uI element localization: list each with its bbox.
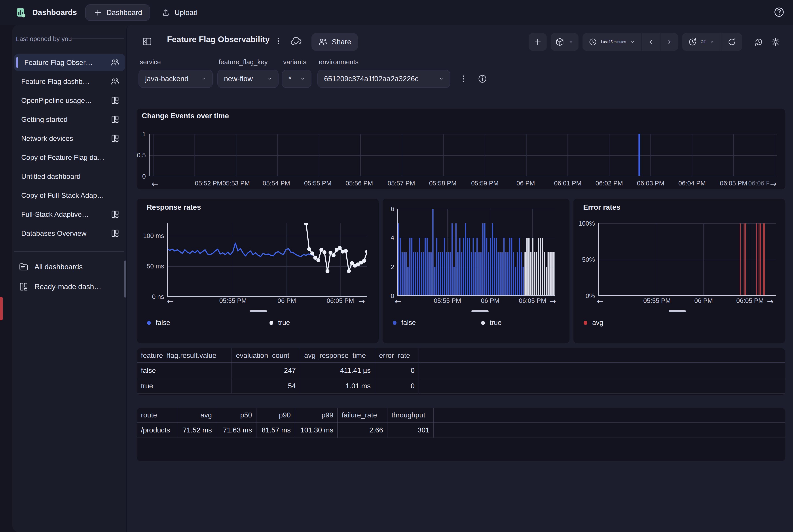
pan-right-arrow[interactable]: → [769,180,777,189]
time-scroll-indicator[interactable] [669,310,686,312]
filter-value-dropdown[interactable]: * [282,70,311,88]
filter-value-dropdown[interactable]: java-backend [139,70,213,88]
sidebar-item[interactable]: Feature Flag Obser… [14,54,125,71]
time-range-picker[interactable]: Last 15 minutes [583,33,642,51]
sidebar-item[interactable]: Untitled dashboard [14,168,125,185]
sidebar-footer-item[interactable]: All dashboards [14,258,125,276]
filters-menu-button[interactable] [459,74,468,84]
pan-right-arrow[interactable]: → [767,297,774,306]
edge-notification-notch [0,297,3,320]
legend-dot [584,321,587,325]
new-dashboard-button[interactable]: Dashboard [85,4,150,21]
pan-left-arrow[interactable]: ← [394,297,401,306]
sidebar-footer-item[interactable]: Ready-made dash… [14,278,125,296]
help-button[interactable] [773,6,785,18]
share-button[interactable]: Share [311,33,358,51]
column-header[interactable]: route [137,408,177,422]
legend-dot [270,321,273,325]
x-tick-label: 06:01 PM [554,180,582,187]
time-shift-back-button[interactable] [642,33,660,51]
cube-icon [555,37,565,46]
upload-button[interactable]: Upload [156,4,203,21]
column-header[interactable]: error_rate [375,348,419,362]
layout-icon [110,115,120,124]
pan-left-arrow[interactable]: ← [167,297,173,306]
share-label: Share [332,38,351,46]
time-range-label: Last 15 minutes [601,40,626,44]
legend-item-true[interactable]: true [270,319,290,327]
add-panel-button[interactable] [529,33,547,51]
chart-plot-area[interactable] [149,134,777,176]
settings-button[interactable] [769,33,782,51]
sidebar-footer-divider [14,251,124,252]
sidebar-item[interactable]: Databases Overview [14,225,125,242]
sidebar-item-label: Copy of Feature Flag da… [21,153,120,162]
filter-value: new-flow [224,75,253,83]
chart-plot-area[interactable] [598,223,776,296]
users-icon [318,37,328,47]
filter-value-dropdown[interactable]: new-flow [217,70,279,88]
info-button[interactable] [477,74,488,84]
legend-item-avg[interactable]: avg [584,319,603,327]
filter-value-dropdown[interactable]: 651209c374a1f02aa2a3226c [317,70,450,88]
change-events-card: Change Events over time 10.50 05:52 PM05… [137,109,785,189]
table-cell: 2.66 [338,422,387,438]
chart-plot-area[interactable] [398,209,555,296]
column-header[interactable]: feature_flag.result.value [137,348,232,362]
chart-plot-area[interactable] [167,223,367,297]
sidebar: Last opened by you Feature Flag Obser…Fe… [12,25,126,532]
sidebar-item[interactable]: Copy of Full-Stack Adap… [14,187,125,204]
chevron-right-icon [666,39,672,45]
cloud-sync-icon[interactable] [290,35,302,47]
dashboard-menu-button[interactable] [274,36,283,46]
table-header-row: routeavgp50p90p99failure_ratethroughput [137,408,785,422]
sidebar-item[interactable]: Feature Flag dashb… [14,73,125,90]
time-scroll-indicator[interactable] [472,310,488,312]
collapse-sidebar-button[interactable] [142,36,152,47]
history-button[interactable] [752,33,765,51]
auto-refresh-picker[interactable]: Off [682,33,721,51]
legend-label: false [156,319,170,327]
sidebar-item[interactable]: Full-Stack Adaptive… [14,206,125,223]
y-tick-label: 100 ms [143,232,164,239]
column-header[interactable]: avg_response_time [300,348,375,362]
y-tick-label: 0 [142,173,146,180]
legend-item-false[interactable]: false [393,319,416,327]
view-mode-button[interactable] [551,33,578,51]
column-header[interactable]: failure_rate [338,408,387,422]
sidebar-scrollbar-thumb[interactable] [124,261,126,298]
sidebar-item[interactable]: Copy of Feature Flag da… [14,149,125,166]
refresh-group: Off [682,33,742,51]
sidebar-item[interactable]: OpenPipeline usage… [14,92,125,109]
column-header[interactable]: avg [177,408,216,422]
chev-down-icon [438,76,444,82]
column-header[interactable]: throughput [387,408,434,422]
y-tick-label: 2 [391,263,394,270]
x-tick-label: 06:03 PM [637,180,664,187]
table-body: /products71.52 ms71.63 ms81.57 ms101.30 … [137,422,785,438]
auto-refresh-label: Off [701,40,705,44]
legend-item-true[interactable]: true [481,319,501,327]
pan-left-arrow[interactable]: ← [151,180,158,189]
y-tick-label: 0.5 [137,152,146,159]
evaluations-card: 6420 05:55 PM06 PM06:05 PM ← → falsetrue [383,199,569,343]
column-header[interactable]: p90 [256,408,295,422]
time-scroll-indicator[interactable] [250,310,267,312]
pan-left-arrow[interactable]: ← [597,297,604,306]
pan-right-arrow[interactable]: → [358,297,365,306]
sidebar-item-label: Getting started [21,115,110,124]
column-header[interactable]: evaluation_count [232,348,300,362]
legend-item-false[interactable]: false [147,319,170,327]
refresh-button[interactable] [721,33,742,51]
column-header[interactable]: p99 [295,408,338,422]
sidebar-item-label: Databases Overview [21,229,110,238]
column-header[interactable]: p50 [216,408,256,422]
table-cell: 247 [232,363,300,378]
app-title: Dashboards [32,0,77,25]
filter-variants: variants* [282,70,311,88]
time-shift-forward-button[interactable] [660,33,678,51]
sidebar-item[interactable]: Getting started [14,111,125,128]
pan-right-arrow[interactable]: → [549,297,556,306]
sidebar-item[interactable]: Network devices [14,130,125,147]
x-tick-label: 06:05 PM [720,180,747,187]
